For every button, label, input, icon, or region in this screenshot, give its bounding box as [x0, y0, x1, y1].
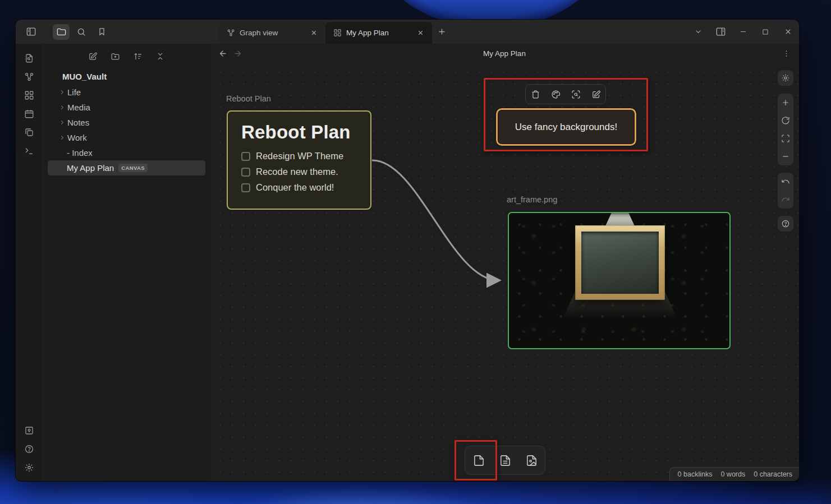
blank-card-icon: [472, 454, 485, 467]
new-note-button[interactable]: [86, 49, 100, 63]
todo-label: Recode new theme.: [256, 167, 338, 177]
checkbox[interactable]: [241, 168, 250, 177]
folder-row-media[interactable]: Media: [48, 100, 205, 115]
folder-label: Media: [67, 103, 90, 112]
undo-button[interactable]: [778, 173, 793, 191]
tab-strip: Graph view My App Plan: [219, 20, 451, 44]
terminal-button[interactable]: [21, 143, 38, 159]
window-controls: [687, 20, 799, 44]
settings-button[interactable]: [21, 460, 38, 475]
folder-label: Life: [67, 87, 81, 97]
zoom-in-button[interactable]: [778, 94, 793, 112]
add-media-from-vault-button[interactable]: [520, 449, 543, 471]
new-folder-button[interactable]: [108, 49, 123, 63]
bookmarks-tab-button[interactable]: [93, 24, 110, 40]
zoom-to-fit-button[interactable]: [778, 130, 793, 147]
file-row-index[interactable]: - Index: [48, 145, 205, 160]
collapse-all-button[interactable]: [153, 49, 168, 63]
checkbox[interactable]: [241, 183, 250, 192]
nav-back-button[interactable]: [215, 47, 230, 60]
file-label: - Index: [67, 148, 93, 158]
folder-plus-icon: [111, 52, 120, 61]
minimize-button[interactable]: [732, 20, 754, 44]
vault-switcher-button[interactable]: [21, 423, 38, 438]
todo-label: Conquer the world!: [256, 182, 334, 193]
quick-switcher-button[interactable]: [21, 50, 38, 66]
left-ribbon: [16, 44, 43, 481]
reset-zoom-button[interactable]: [778, 112, 793, 130]
tab-graph-view[interactable]: Graph view: [219, 22, 325, 44]
copy-files-icon: [24, 127, 34, 137]
file-image-icon: [525, 454, 538, 467]
titlebar: Graph view My App Plan: [16, 20, 799, 44]
canvas-card-reboot-plan[interactable]: Reboot Plan Redesign WP Theme Recode new…: [227, 110, 371, 210]
sidebar-right-icon: [715, 26, 726, 37]
edit-node-button[interactable]: [588, 87, 604, 101]
vault-title[interactable]: MUO_Vault: [43, 68, 210, 85]
card-text: Use fancy backgrounds!: [515, 122, 617, 133]
help-icon: [24, 444, 34, 454]
canvas-controls: [778, 70, 793, 232]
chevrons-collapse-icon: [155, 52, 165, 61]
zoom-out-button[interactable]: [778, 147, 793, 165]
file-label: My App Plan: [67, 163, 114, 173]
undo-icon: [781, 177, 790, 186]
folder-row-work[interactable]: Work: [48, 130, 205, 145]
backlinks-count: 0 backlinks: [678, 470, 713, 478]
vertical-dots-icon: [782, 49, 791, 58]
graph-view-button[interactable]: [21, 69, 38, 85]
search-tab-button[interactable]: [73, 24, 90, 40]
nav-forward-button[interactable]: [230, 47, 245, 60]
toggle-left-sidebar-button[interactable]: [22, 24, 39, 40]
toggle-right-sidebar-button[interactable]: [709, 20, 732, 44]
gear-icon: [24, 463, 34, 473]
canvas-surface[interactable]: Reboot Plan Reboot Plan Redesign WP Them…: [210, 63, 799, 481]
folder-row-life[interactable]: Life: [48, 85, 205, 100]
vault-icon: [24, 426, 34, 436]
checkbox[interactable]: [241, 152, 250, 161]
maximize-button[interactable]: [754, 20, 777, 44]
sort-order-button[interactable]: [131, 49, 145, 63]
insert-template-button[interactable]: [21, 124, 38, 140]
edit-icon: [88, 52, 98, 61]
ribbon-help-button[interactable]: [21, 441, 38, 457]
files-tab-button[interactable]: [53, 24, 70, 40]
tab-close-button[interactable]: [414, 27, 426, 39]
terminal-icon: [24, 146, 34, 156]
canvas-card-fancy-backgrounds[interactable]: Use fancy backgrounds!: [496, 108, 636, 146]
set-color-button[interactable]: [548, 87, 563, 101]
fullscreen-brackets-icon: [781, 134, 790, 143]
titlebar-left-controls: [16, 20, 219, 44]
add-card-button[interactable]: [467, 449, 490, 471]
tab-close-button[interactable]: [307, 27, 320, 39]
file-row-my-app-plan[interactable]: My App Plan CANVAS: [48, 160, 205, 175]
sort-asc-icon: [133, 52, 143, 61]
more-options-button[interactable]: [779, 47, 793, 60]
tab-my-app-plan[interactable]: My App Plan: [325, 22, 432, 44]
todo-item: Conquer the world!: [241, 182, 359, 193]
zoom-to-selection-button[interactable]: [568, 87, 584, 101]
wallpaper-swirl-top: [359, 0, 623, 21]
calendar-icon: [24, 109, 34, 119]
scan-search-icon: [571, 90, 581, 99]
daily-note-button[interactable]: [21, 106, 38, 122]
tab-list-dropdown-button[interactable]: [687, 20, 709, 44]
add-note-from-vault-button[interactable]: [494, 449, 516, 471]
chevron-right-icon: [59, 104, 65, 110]
new-canvas-button[interactable]: [21, 87, 38, 103]
canvas-card-art-frame-image[interactable]: [508, 212, 731, 349]
folder-row-notes[interactable]: Notes: [48, 115, 205, 130]
chevron-right-icon: [59, 119, 65, 126]
sidebar-left-icon: [26, 26, 36, 37]
folder-label: Notes: [67, 118, 89, 127]
close-button[interactable]: [777, 20, 799, 44]
edit-icon: [591, 90, 601, 99]
maximize-icon: [761, 28, 769, 36]
word-count: 0 words: [720, 470, 745, 478]
delete-node-button[interactable]: [527, 87, 543, 101]
redo-button[interactable]: [778, 191, 793, 209]
art-frame-canvas: [581, 232, 659, 294]
canvas-help-button[interactable]: [778, 216, 793, 232]
canvas-settings-button[interactable]: [778, 70, 793, 86]
new-tab-button[interactable]: [432, 20, 451, 44]
